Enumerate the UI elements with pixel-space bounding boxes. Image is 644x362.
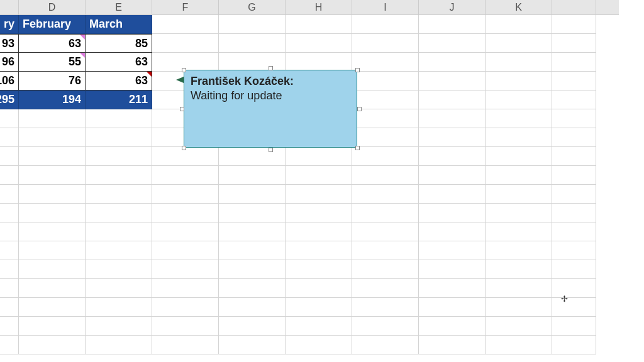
cell-empty[interactable] — [419, 128, 486, 147]
cell-empty[interactable] — [486, 222, 552, 241]
cell-empty[interactable] — [286, 185, 352, 204]
cell-empty[interactable] — [552, 185, 596, 204]
cell-empty[interactable] — [352, 166, 419, 185]
cell-empty[interactable] — [0, 204, 19, 222]
cell-k1[interactable] — [486, 15, 552, 34]
cell-empty[interactable] — [19, 241, 86, 260]
cell-empty[interactable] — [352, 298, 419, 317]
cell-empty[interactable] — [0, 109, 19, 128]
cell-h1[interactable] — [286, 15, 352, 34]
total-c[interactable]: 295 — [0, 90, 19, 109]
cell-empty[interactable] — [486, 128, 552, 147]
cell-empty[interactable] — [219, 279, 286, 298]
cell-g2[interactable] — [219, 34, 286, 53]
cell-empty[interactable] — [552, 147, 596, 166]
cell-c4[interactable]: 106 — [0, 72, 19, 90]
cell-f2[interactable] — [152, 34, 219, 53]
cell-empty[interactable] — [419, 336, 486, 354]
cell-empty[interactable] — [219, 166, 286, 185]
cell-empty[interactable] — [152, 336, 219, 354]
cell-empty[interactable] — [419, 241, 486, 260]
cell-empty[interactable] — [552, 166, 596, 185]
cell-g3[interactable] — [219, 53, 286, 72]
cell-l4[interactable] — [552, 72, 596, 90]
cell-empty[interactable] — [486, 279, 552, 298]
cell-empty[interactable] — [19, 109, 86, 128]
cell-c3[interactable]: 96 — [0, 53, 19, 72]
cell-empty[interactable] — [19, 260, 86, 279]
cell-empty[interactable] — [19, 222, 86, 241]
cell-empty[interactable] — [419, 279, 486, 298]
cell-empty[interactable] — [552, 260, 596, 279]
cell-empty[interactable] — [152, 222, 219, 241]
cell-empty[interactable] — [19, 185, 86, 204]
selection-handle[interactable] — [182, 146, 186, 150]
cell-empty[interactable] — [219, 317, 286, 336]
cell-empty[interactable] — [219, 147, 286, 166]
cell-empty[interactable] — [19, 204, 86, 222]
cell-k2[interactable] — [486, 34, 552, 53]
cell-empty[interactable] — [152, 166, 219, 185]
col-header-e[interactable]: E — [86, 0, 152, 14]
cell-empty[interactable] — [0, 185, 19, 204]
cell-empty[interactable] — [419, 185, 486, 204]
cell-empty[interactable] — [86, 298, 152, 317]
header-partial-ry[interactable]: ry — [0, 15, 19, 34]
cell-empty[interactable] — [286, 336, 352, 354]
cell-empty[interactable] — [419, 317, 486, 336]
cell-i3[interactable] — [352, 53, 419, 72]
cell-empty[interactable] — [0, 147, 19, 166]
cell-j1[interactable] — [419, 15, 486, 34]
cell-empty[interactable] — [19, 166, 86, 185]
col-header-k[interactable]: K — [486, 0, 552, 14]
col-header-j[interactable]: J — [419, 0, 486, 14]
cell-empty[interactable] — [152, 260, 219, 279]
cell-empty[interactable] — [352, 185, 419, 204]
cell-j5[interactable] — [419, 90, 486, 109]
cell-empty[interactable] — [19, 336, 86, 354]
cell-empty[interactable] — [219, 260, 286, 279]
cell-empty[interactable] — [0, 279, 19, 298]
cell-empty[interactable] — [286, 317, 352, 336]
cell-empty[interactable] — [352, 109, 419, 128]
col-header-c-partial[interactable] — [0, 0, 19, 14]
cell-empty[interactable] — [486, 241, 552, 260]
cell-e3[interactable]: 63 — [86, 53, 152, 72]
cell-empty[interactable] — [86, 260, 152, 279]
cell-f1[interactable] — [152, 15, 219, 34]
cell-j3[interactable] — [419, 53, 486, 72]
cell-empty[interactable] — [152, 185, 219, 204]
cell-l1[interactable] — [552, 15, 596, 34]
cell-empty[interactable] — [286, 222, 352, 241]
header-february[interactable]: February — [19, 15, 86, 34]
cell-empty[interactable] — [86, 166, 152, 185]
cell-empty[interactable] — [419, 298, 486, 317]
cell-g1[interactable] — [219, 15, 286, 34]
cell-d3[interactable]: 55 — [19, 53, 86, 72]
selection-handle[interactable] — [269, 148, 273, 152]
cell-empty[interactable] — [152, 298, 219, 317]
cell-h3[interactable] — [286, 53, 352, 72]
header-march[interactable]: March — [86, 15, 152, 34]
cell-empty[interactable] — [552, 128, 596, 147]
cell-empty[interactable] — [86, 241, 152, 260]
cell-empty[interactable] — [219, 222, 286, 241]
cell-empty[interactable] — [486, 260, 552, 279]
cell-empty[interactable] — [0, 128, 19, 147]
cell-e4[interactable]: 63 — [86, 72, 152, 90]
cell-d4[interactable]: 76 — [19, 72, 86, 90]
cell-l5[interactable] — [552, 90, 596, 109]
cell-empty[interactable] — [486, 317, 552, 336]
cell-empty[interactable] — [152, 279, 219, 298]
cell-empty[interactable] — [19, 147, 86, 166]
cell-empty[interactable] — [86, 222, 152, 241]
cell-empty[interactable] — [19, 298, 86, 317]
cell-empty[interactable] — [286, 260, 352, 279]
cell-d2[interactable]: 63 — [19, 34, 86, 53]
cell-h2[interactable] — [286, 34, 352, 53]
cell-i2[interactable] — [352, 34, 419, 53]
cell-empty[interactable] — [86, 109, 152, 128]
cell-empty[interactable] — [219, 185, 286, 204]
col-header-g[interactable]: G — [219, 0, 286, 14]
cell-empty[interactable] — [486, 166, 552, 185]
